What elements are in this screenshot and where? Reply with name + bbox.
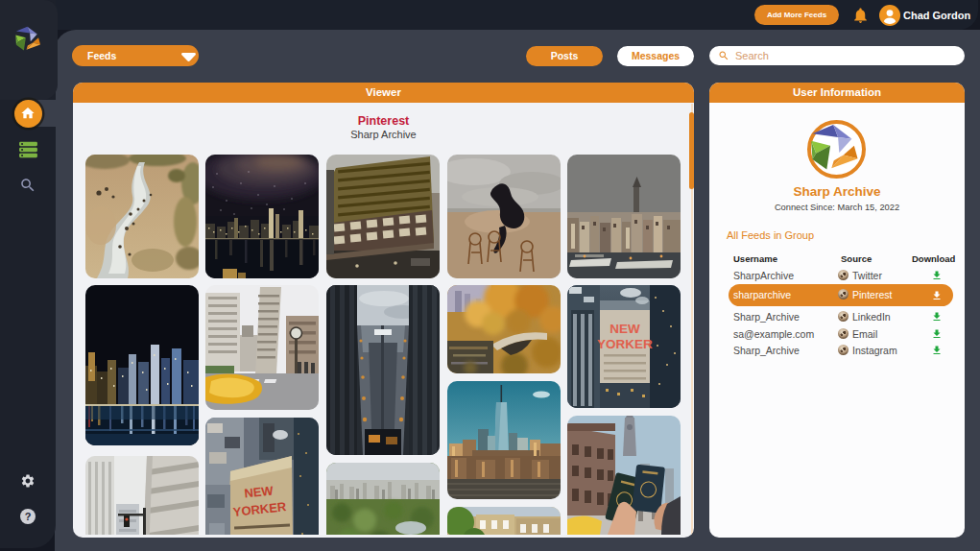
svg-text:YORKER: YORKER (597, 337, 653, 351)
svg-text:NEW: NEW (610, 322, 640, 336)
